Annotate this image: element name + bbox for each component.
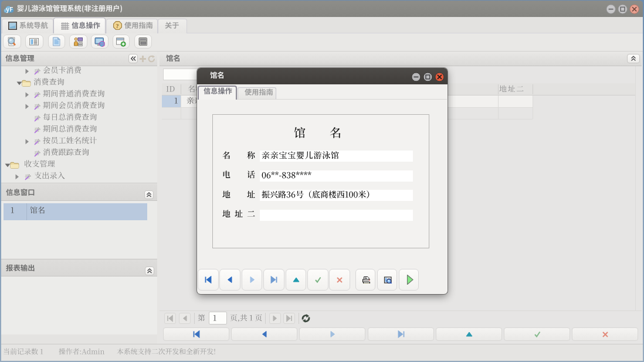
svg-text:?: ? xyxy=(116,23,119,29)
